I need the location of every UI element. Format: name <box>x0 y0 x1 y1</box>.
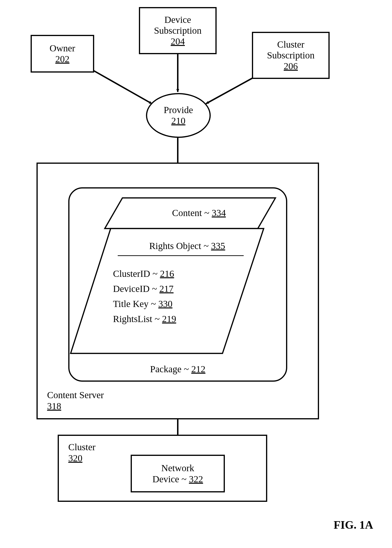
rightslist-label: RightsList ~ <box>113 313 162 324</box>
content-ref: 334 <box>212 207 226 218</box>
content-label: Content ~ <box>172 207 212 218</box>
titlekey-label: Title Key ~ <box>113 299 158 309</box>
device-subscription-box: Device Subscription 204 <box>139 7 217 54</box>
clusterid-label: ClusterID ~ <box>113 268 160 279</box>
device-subscription-label1: Device <box>164 14 191 25</box>
cluster-subscription-box: Cluster Subscription 206 <box>252 32 330 79</box>
content-server-label: Content Server <box>47 390 104 400</box>
network-device-label2: Device ~ <box>153 474 189 484</box>
network-device-box: Network Device ~ 322 <box>131 455 225 492</box>
provide-label: Provide <box>164 105 193 115</box>
figure-label: FIG. 1A <box>334 518 373 531</box>
device-subscription-ref: 204 <box>171 36 185 47</box>
cluster-subscription-ref: 206 <box>284 61 298 72</box>
svg-line-2 <box>206 78 253 104</box>
deviceid-label: DeviceID ~ <box>113 284 159 294</box>
cluster-subscription-label1: Cluster <box>277 39 304 50</box>
cluster-subscription-label2: Subscription <box>267 50 315 61</box>
owner-box: Owner 202 <box>31 35 94 72</box>
owner-label: Owner <box>50 43 75 54</box>
network-device-label1: Network <box>161 463 194 474</box>
deviceid-ref: 217 <box>159 284 174 294</box>
provide-ellipse: Provide 210 <box>146 93 211 138</box>
titlekey-ref: 330 <box>158 299 172 309</box>
provide-ref: 210 <box>171 115 186 126</box>
device-subscription-label2: Subscription <box>154 25 202 36</box>
svg-line-0 <box>94 71 152 104</box>
rights-object-ref: 335 <box>211 241 225 251</box>
rights-object-label: Rights Object ~ <box>149 241 211 251</box>
package-label: Package ~ <box>150 364 191 374</box>
cluster-ref: 320 <box>68 453 82 464</box>
owner-ref: 202 <box>55 54 70 64</box>
rightslist-ref: 219 <box>162 313 176 324</box>
cluster-label: Cluster <box>68 442 96 453</box>
content-server-ref: 318 <box>47 401 61 412</box>
clusterid-ref: 216 <box>160 268 174 279</box>
network-device-ref: 322 <box>189 474 203 484</box>
package-ref: 212 <box>191 364 205 374</box>
